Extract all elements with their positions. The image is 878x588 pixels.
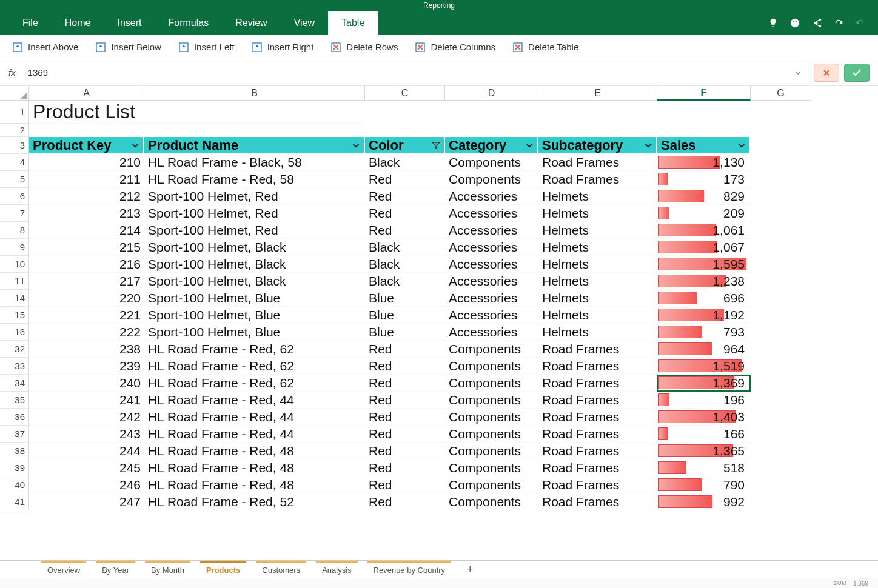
- cell-subcategory[interactable]: Helmets: [538, 205, 657, 222]
- row-header[interactable]: 36: [0, 409, 29, 426]
- cell-color[interactable]: Red: [365, 459, 445, 476]
- cell-name[interactable]: Sport-100 Helmet, Black: [144, 273, 365, 290]
- cell-sales[interactable]: 1,067: [657, 239, 751, 256]
- cell-category[interactable]: Accessories: [445, 307, 538, 324]
- cell-subcategory[interactable]: Helmets: [538, 256, 657, 273]
- insert-right-button[interactable]: Insert Right: [252, 42, 314, 53]
- cell-subcategory[interactable]: Road Frames: [538, 426, 657, 443]
- cell-subcategory[interactable]: Helmets: [538, 188, 657, 205]
- row-header[interactable]: 6: [0, 188, 29, 205]
- row-header[interactable]: 38: [0, 443, 29, 459]
- row-header[interactable]: 7: [0, 205, 29, 222]
- header-product-name[interactable]: Product Name: [144, 137, 365, 154]
- ribbon-tab-view[interactable]: View: [281, 11, 328, 35]
- cell-name[interactable]: HL Road Frame - Red, 62: [144, 375, 365, 392]
- cell-name[interactable]: Sport-100 Helmet, Red: [144, 222, 365, 239]
- cell-color[interactable]: Black: [365, 256, 445, 273]
- cell-name[interactable]: HL Road Frame - Red, 44: [144, 409, 365, 426]
- row-header[interactable]: 4: [0, 154, 29, 171]
- formula-input[interactable]: [28, 67, 782, 78]
- cell-subcategory[interactable]: Helmets: [538, 239, 657, 256]
- redo-icon[interactable]: [855, 18, 866, 28]
- cell-category[interactable]: Components: [445, 392, 538, 409]
- cell-subcategory[interactable]: Road Frames: [538, 341, 657, 358]
- cell-category[interactable]: Accessories: [445, 256, 538, 273]
- cell-color[interactable]: Blue: [365, 324, 445, 341]
- column-header-C[interactable]: C: [365, 86, 445, 101]
- cell-category[interactable]: Accessories: [445, 273, 538, 290]
- cell-sales[interactable]: 793: [657, 324, 751, 341]
- sheet-tab-by-year[interactable]: By Year: [91, 561, 140, 578]
- title-cell[interactable]: Product List: [29, 101, 365, 124]
- cell-category[interactable]: Components: [445, 154, 538, 171]
- cell-category[interactable]: Components: [445, 375, 538, 392]
- cell-sales[interactable]: 829: [657, 188, 751, 205]
- cell-color[interactable]: Red: [365, 392, 445, 409]
- cell-category[interactable]: Components: [445, 493, 538, 510]
- ribbon-tab-formulas[interactable]: Formulas: [155, 11, 222, 35]
- delete-table-button[interactable]: Delete Table: [512, 42, 578, 53]
- cell-name[interactable]: Sport-100 Helmet, Black: [144, 239, 365, 256]
- insert-below-button[interactable]: Insert Below: [95, 42, 161, 53]
- cell-sales[interactable]: 1,595: [657, 256, 751, 273]
- cell-name[interactable]: HL Road Frame - Black, 58: [144, 154, 365, 171]
- cell-color[interactable]: Red: [365, 222, 445, 239]
- cell-name[interactable]: Sport-100 Helmet, Red: [144, 205, 365, 222]
- cell-category[interactable]: Components: [445, 358, 538, 375]
- cell-name[interactable]: Sport-100 Helmet, Blue: [144, 324, 365, 341]
- cell-category[interactable]: Components: [445, 409, 538, 426]
- delete-cols-button[interactable]: Delete Columns: [415, 42, 495, 53]
- cell-sales[interactable]: 1,365: [657, 443, 751, 459]
- cell-key[interactable]: 240: [29, 375, 144, 392]
- cell-key[interactable]: 213: [29, 205, 144, 222]
- cell-key[interactable]: 244: [29, 443, 144, 459]
- cell-category[interactable]: Components: [445, 459, 538, 476]
- cell-sales[interactable]: 790: [657, 476, 751, 493]
- cell-color[interactable]: Black: [365, 239, 445, 256]
- cell-key[interactable]: 245: [29, 459, 144, 476]
- cell-subcategory[interactable]: Road Frames: [538, 171, 657, 188]
- formula-accept-button[interactable]: [844, 64, 870, 82]
- row-header[interactable]: 2: [0, 124, 29, 137]
- cell-sales[interactable]: 1,238: [657, 273, 751, 290]
- cell-category[interactable]: Accessories: [445, 239, 538, 256]
- row-header[interactable]: 39: [0, 459, 29, 476]
- cell-color[interactable]: Red: [365, 205, 445, 222]
- smile-icon[interactable]: [789, 18, 800, 28]
- spreadsheet-grid[interactable]: ABCDEFG 1 Product List 2 3 Product Key P…: [0, 86, 878, 510]
- ribbon-tab-file[interactable]: File: [9, 11, 52, 35]
- sheet-tab-analysis[interactable]: Analysis: [311, 561, 362, 578]
- delete-rows-button[interactable]: Delete Rows: [330, 42, 398, 53]
- select-all-corner[interactable]: [0, 86, 29, 101]
- cell-name[interactable]: HL Road Frame - Red, 58: [144, 171, 365, 188]
- ribbon-tab-table[interactable]: Table: [328, 11, 378, 35]
- header-subcategory[interactable]: Subcategory: [538, 137, 657, 154]
- cell-sales[interactable]: 1,061: [657, 222, 751, 239]
- cell-name[interactable]: HL Road Frame - Red, 48: [144, 476, 365, 493]
- row-header[interactable]: 32: [0, 341, 29, 358]
- header-color[interactable]: Color: [365, 137, 445, 154]
- cell-sales[interactable]: 209: [657, 205, 751, 222]
- cell-subcategory[interactable]: Road Frames: [538, 392, 657, 409]
- cell-color[interactable]: Black: [365, 154, 445, 171]
- cell-name[interactable]: HL Road Frame - Red, 52: [144, 493, 365, 510]
- cell-subcategory[interactable]: Helmets: [538, 307, 657, 324]
- cell-color[interactable]: Red: [365, 171, 445, 188]
- cell-sales[interactable]: 1,519: [657, 358, 751, 375]
- ribbon-tab-home[interactable]: Home: [52, 11, 104, 35]
- cell-color[interactable]: Red: [365, 493, 445, 510]
- cell-category[interactable]: Accessories: [445, 205, 538, 222]
- filter-icon[interactable]: [432, 141, 440, 150]
- cell-color[interactable]: Red: [365, 341, 445, 358]
- row-header[interactable]: 35: [0, 392, 29, 409]
- cell-key[interactable]: 247: [29, 493, 144, 510]
- cell-sales[interactable]: 518: [657, 459, 751, 476]
- row-header[interactable]: 40: [0, 476, 29, 493]
- cell-key[interactable]: 242: [29, 409, 144, 426]
- cell-color[interactable]: Red: [365, 375, 445, 392]
- cell-key[interactable]: 211: [29, 171, 144, 188]
- cell-color[interactable]: Red: [365, 476, 445, 493]
- row-header[interactable]: 10: [0, 256, 29, 273]
- row-header[interactable]: 11: [0, 273, 29, 290]
- cell-subcategory[interactable]: Road Frames: [538, 154, 657, 171]
